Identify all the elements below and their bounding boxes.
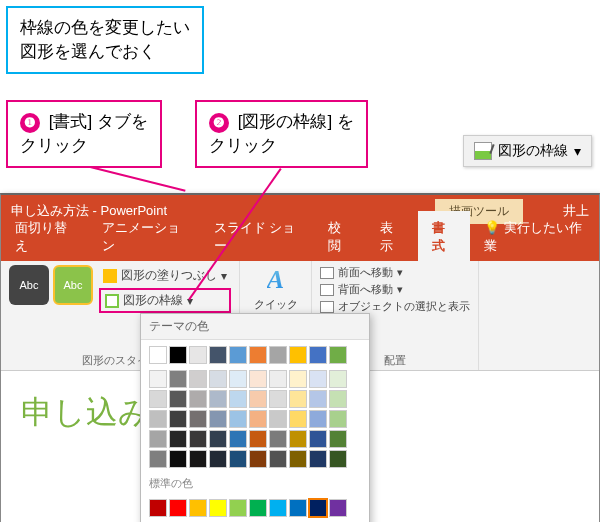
select-icon xyxy=(320,301,334,313)
callout-step2: ❷ [図形の枠線] を クリック xyxy=(195,100,368,168)
outline-icon xyxy=(105,294,119,308)
standard-color-row xyxy=(141,493,369,522)
color-swatch[interactable] xyxy=(229,370,247,388)
shape-style-dark[interactable]: Abc xyxy=(9,265,49,305)
color-swatch[interactable] xyxy=(269,410,287,428)
color-swatch[interactable] xyxy=(209,390,227,408)
color-swatch[interactable] xyxy=(309,450,327,468)
color-swatch[interactable] xyxy=(269,430,287,448)
color-swatch[interactable] xyxy=(289,390,307,408)
color-swatch[interactable] xyxy=(329,450,347,468)
color-swatch[interactable] xyxy=(149,370,167,388)
color-swatch[interactable] xyxy=(169,430,187,448)
color-swatch[interactable] xyxy=(269,390,287,408)
color-swatch[interactable] xyxy=(229,390,247,408)
tab-animation[interactable]: アニメーション xyxy=(88,211,199,261)
color-swatch[interactable] xyxy=(249,410,267,428)
color-swatch[interactable] xyxy=(169,410,187,428)
color-swatch[interactable] xyxy=(149,410,167,428)
color-swatch[interactable] xyxy=(209,499,227,517)
color-swatch[interactable] xyxy=(189,370,207,388)
color-swatch[interactable] xyxy=(149,390,167,408)
color-swatch[interactable] xyxy=(289,430,307,448)
color-swatch[interactable] xyxy=(289,499,307,517)
color-swatch[interactable] xyxy=(249,430,267,448)
color-swatch[interactable] xyxy=(309,499,327,517)
color-swatch[interactable] xyxy=(269,450,287,468)
tab-transition[interactable]: 面切り替え xyxy=(1,211,88,261)
shape-style-gallery[interactable]: Abc Abc xyxy=(9,265,93,305)
selection-pane-button[interactable]: オブジェクトの選択と表示 xyxy=(320,299,470,314)
color-swatch[interactable] xyxy=(169,346,187,364)
tab-format[interactable]: 書式 xyxy=(418,211,470,261)
select-label: オブジェクトの選択と表示 xyxy=(338,299,470,314)
color-swatch[interactable] xyxy=(249,450,267,468)
color-swatch[interactable] xyxy=(169,499,187,517)
color-swatch[interactable] xyxy=(189,499,207,517)
color-swatch[interactable] xyxy=(189,346,207,364)
color-swatch[interactable] xyxy=(329,499,347,517)
color-swatch[interactable] xyxy=(249,390,267,408)
color-swatch[interactable] xyxy=(309,370,327,388)
wordart-sample[interactable]: A xyxy=(267,265,284,295)
color-swatch[interactable] xyxy=(189,390,207,408)
tab-slideshow[interactable]: スライド ショー xyxy=(200,211,315,261)
color-swatch[interactable] xyxy=(309,410,327,428)
shape-outline-button-sample[interactable]: 図形の枠線 ▾ xyxy=(463,135,592,167)
color-swatch[interactable] xyxy=(209,430,227,448)
color-swatch[interactable] xyxy=(229,430,247,448)
color-swatch[interactable] xyxy=(209,450,227,468)
tab-view[interactable]: 表示 xyxy=(366,211,418,261)
shape-outline-button[interactable]: 図形の枠線 ▾ xyxy=(99,288,231,313)
color-swatch[interactable] xyxy=(149,430,167,448)
color-swatch[interactable] xyxy=(289,450,307,468)
step-badge-1: ❶ xyxy=(20,113,40,133)
color-swatch[interactable] xyxy=(249,370,267,388)
shape-style-green[interactable]: Abc xyxy=(53,265,93,305)
color-swatch[interactable] xyxy=(149,450,167,468)
color-swatch[interactable] xyxy=(229,410,247,428)
color-swatch[interactable] xyxy=(249,346,267,364)
callout-preselect: 枠線の色を変更したい 図形を選んでおく xyxy=(6,6,204,74)
color-swatch[interactable] xyxy=(309,430,327,448)
color-swatch[interactable] xyxy=(189,450,207,468)
color-swatch[interactable] xyxy=(289,410,307,428)
chevron-down-icon: ▾ xyxy=(574,143,581,159)
back-icon xyxy=(320,284,334,296)
color-swatch[interactable] xyxy=(329,410,347,428)
color-swatch[interactable] xyxy=(309,346,327,364)
back-label: 背面へ移動 xyxy=(338,282,393,297)
color-swatch[interactable] xyxy=(229,499,247,517)
bring-forward-button[interactable]: 前面へ移動 ▾ xyxy=(320,265,470,280)
color-swatch[interactable] xyxy=(249,499,267,517)
shape-outline-color-menu: テーマの色 標準の色 線なし(N) その他の線の色(M)... xyxy=(140,313,370,522)
color-swatch[interactable] xyxy=(269,346,287,364)
color-swatch[interactable] xyxy=(309,390,327,408)
tab-review[interactable]: 校閲 xyxy=(314,211,366,261)
callout-step1: ❶ [書式] タブを クリック xyxy=(6,100,162,168)
send-backward-button[interactable]: 背面へ移動 ▾ xyxy=(320,282,470,297)
color-swatch[interactable] xyxy=(209,346,227,364)
color-swatch[interactable] xyxy=(169,370,187,388)
color-swatch[interactable] xyxy=(149,499,167,517)
color-swatch[interactable] xyxy=(189,430,207,448)
bulb-icon: 💡 xyxy=(484,220,500,235)
color-swatch[interactable] xyxy=(269,499,287,517)
color-swatch[interactable] xyxy=(169,390,187,408)
color-swatch[interactable] xyxy=(329,390,347,408)
color-swatch[interactable] xyxy=(289,346,307,364)
color-swatch[interactable] xyxy=(229,346,247,364)
color-swatch[interactable] xyxy=(329,346,347,364)
color-swatch[interactable] xyxy=(189,410,207,428)
color-swatch[interactable] xyxy=(229,450,247,468)
color-swatch[interactable] xyxy=(209,410,227,428)
color-swatch[interactable] xyxy=(149,346,167,364)
tell-me[interactable]: 💡実行したい作業 xyxy=(470,211,600,261)
color-swatch[interactable] xyxy=(289,370,307,388)
color-swatch[interactable] xyxy=(329,370,347,388)
color-swatch[interactable] xyxy=(269,370,287,388)
shape-outline-icon xyxy=(474,142,492,160)
color-swatch[interactable] xyxy=(209,370,227,388)
color-swatch[interactable] xyxy=(329,430,347,448)
color-swatch[interactable] xyxy=(169,450,187,468)
